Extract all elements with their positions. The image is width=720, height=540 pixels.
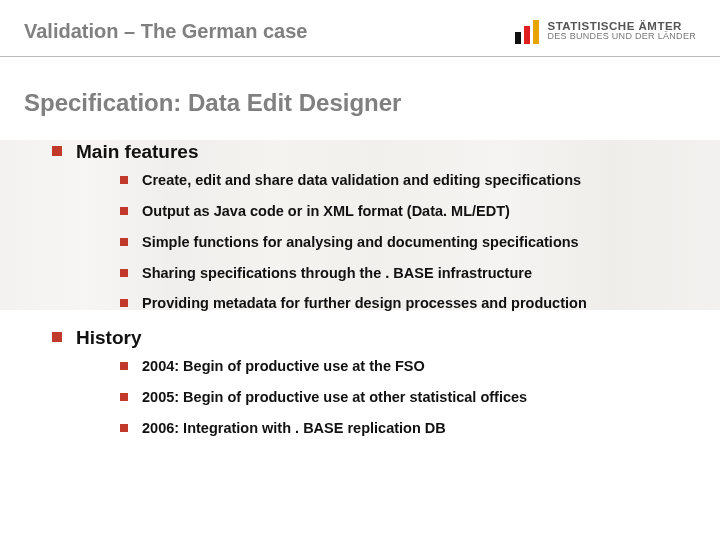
section-history: History [52,327,696,349]
square-bullet-icon [120,393,128,401]
history-list: 2004: Begin of productive use at the FSO… [120,357,696,438]
square-bullet-icon [52,332,62,342]
square-bullet-icon [120,269,128,277]
list-item: 2005: Begin of productive use at other s… [120,388,696,407]
square-bullet-icon [120,424,128,432]
list-item-text: 2004: Begin of productive use at the FSO [142,357,425,376]
square-bullet-icon [120,299,128,307]
section-heading: Main features [76,141,198,163]
list-item-text: Create, edit and share data validation a… [142,171,581,190]
content: Specification: Data Edit Designer Main f… [0,57,720,438]
logo-bars-icon [515,18,539,44]
logo-text: STATISTISCHE ÄMTER DES BUNDES UND DER LÄ… [547,20,696,42]
list-item: 2006: Integration with . BASE replicatio… [120,419,696,438]
square-bullet-icon [120,238,128,246]
header-title: Validation – The German case [24,20,307,43]
section-heading: History [76,327,141,349]
list-item-text: 2006: Integration with . BASE replicatio… [142,419,446,438]
list-item: Providing metadata for further design pr… [120,294,696,313]
list-item-text: Output as Java code or in XML format (Da… [142,202,510,221]
list-item-text: 2005: Begin of productive use at other s… [142,388,527,407]
logo-line2: DES BUNDES UND DER LÄNDER [547,32,696,41]
list-item-text: Providing metadata for further design pr… [142,294,587,313]
main-features-list: Create, edit and share data validation a… [120,171,696,313]
logo: STATISTISCHE ÄMTER DES BUNDES UND DER LÄ… [515,18,696,44]
slide-title: Specification: Data Edit Designer [24,89,696,117]
list-item: Sharing specifications through the . BAS… [120,264,696,283]
square-bullet-icon [52,146,62,156]
list-item: 2004: Begin of productive use at the FSO [120,357,696,376]
square-bullet-icon [120,207,128,215]
section-main-features: Main features [52,141,696,163]
section-list: History [52,327,696,349]
header: Validation – The German case STATISTISCH… [0,0,720,56]
section-list: Main features [52,141,696,163]
square-bullet-icon [120,176,128,184]
list-item: Output as Java code or in XML format (Da… [120,202,696,221]
list-item-text: Sharing specifications through the . BAS… [142,264,532,283]
list-item: Simple functions for analysing and docum… [120,233,696,252]
square-bullet-icon [120,362,128,370]
list-item: Create, edit and share data validation a… [120,171,696,190]
list-item-text: Simple functions for analysing and docum… [142,233,579,252]
